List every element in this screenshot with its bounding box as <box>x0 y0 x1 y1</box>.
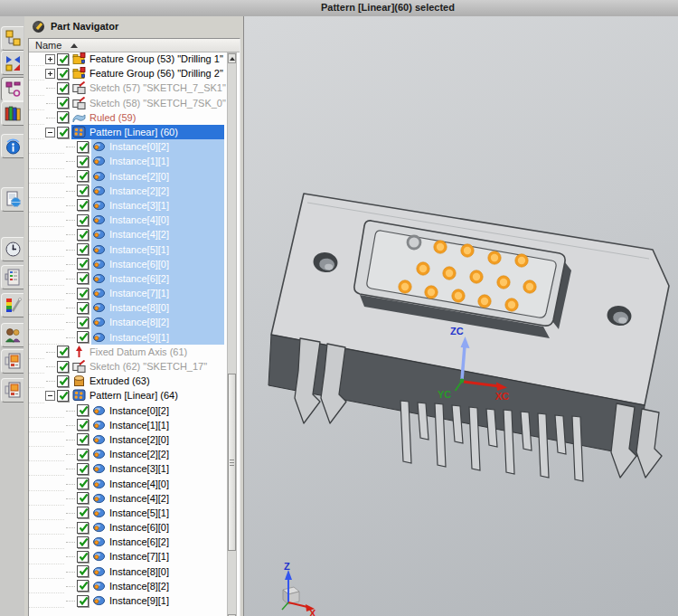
feature-visibility-checkbox[interactable] <box>57 68 69 80</box>
tree-row[interactable]: Instance[5][1] <box>29 242 226 256</box>
tree-row-label: Instance[8][2] <box>109 317 169 327</box>
feature-visibility-checkbox[interactable] <box>77 463 89 475</box>
tree-row[interactable]: Instance[4][0] <box>29 213 226 227</box>
feature-visibility-checkbox[interactable] <box>77 229 89 241</box>
tree-row[interactable]: Instance[4][0] <box>29 476 226 490</box>
resource-tab-part-navigator[interactable] <box>1 77 24 101</box>
feature-visibility-checkbox[interactable] <box>77 580 89 592</box>
expand-icon[interactable] <box>45 69 55 79</box>
resource-tab-history[interactable] <box>1 237 24 261</box>
tree-row[interactable]: Instance[2][0] <box>29 432 226 447</box>
feature-visibility-checkbox[interactable] <box>77 478 89 489</box>
tree-row[interactable]: Instance[6][0] <box>29 520 226 535</box>
tree-row[interactable]: Instance[3][1] <box>29 198 226 213</box>
tree-row[interactable]: Instance[0][2] <box>29 403 226 418</box>
feature-visibility-checkbox[interactable] <box>77 565 89 577</box>
feature-visibility-checkbox[interactable] <box>77 302 89 314</box>
tree-row[interactable]: Instance[5][1] <box>29 506 226 520</box>
tree-row[interactable]: Instance[6][2] <box>29 271 226 286</box>
tree-row[interactable]: Instance[8][0] <box>29 300 226 315</box>
graphics-window[interactable]: ZC XC YC Z X <box>244 16 678 616</box>
name-column-header[interactable]: Name <box>29 39 240 52</box>
tree-row[interactable]: Instance[4][2] <box>29 227 226 242</box>
tree-row[interactable]: Instance[1][1] <box>29 154 226 168</box>
tree-row[interactable]: Instance[9][1] <box>29 330 226 345</box>
tree-row[interactable]: Instance[0][2] <box>29 139 226 154</box>
tree-row[interactable]: Instance[7][1] <box>29 549 226 564</box>
tree-scrollbar[interactable] <box>227 52 237 616</box>
resource-tab-feature-tree[interactable] <box>1 26 24 51</box>
tree-row[interactable]: Instance[2][2] <box>29 447 226 461</box>
tree-row[interactable]: Instance[8][2] <box>29 315 226 329</box>
feature-visibility-checkbox[interactable] <box>77 551 89 563</box>
feature-visibility-checkbox[interactable] <box>77 522 89 534</box>
feature-visibility-checkbox[interactable] <box>57 53 69 65</box>
tree-row[interactable]: Feature Group (56) "Drilling 2" <box>29 66 226 81</box>
tree-row[interactable]: Instance[4][2] <box>29 491 226 506</box>
resource-tab-web-browser[interactable] <box>1 187 24 212</box>
feature-visibility-checkbox[interactable] <box>57 390 69 402</box>
tree-row[interactable]: Pattern [Linear] (60) <box>29 125 226 139</box>
feature-visibility-checkbox[interactable] <box>77 404 89 416</box>
tree-row[interactable]: Fixed Datum Axis (61) <box>29 345 226 359</box>
acs-z-label: Z <box>284 561 290 572</box>
resource-tab-mirror-constraint[interactable] <box>1 51 24 75</box>
feature-visibility-checkbox[interactable] <box>77 331 89 343</box>
scroll-thumb[interactable] <box>228 374 236 551</box>
feature-visibility-checkbox[interactable] <box>57 111 69 123</box>
feature-visibility-checkbox[interactable] <box>77 317 89 328</box>
tree-row[interactable]: Sketch (58) "SKETCH_7SK_0" <box>29 96 226 110</box>
feature-visibility-checkbox[interactable] <box>77 288 89 299</box>
feature-visibility-checkbox[interactable] <box>57 375 69 387</box>
tree-row[interactable]: Ruled (59) <box>29 110 226 125</box>
tree-row[interactable]: Sketch (62) "SKETCH_17" <box>29 359 226 374</box>
collapse-icon[interactable] <box>45 128 55 137</box>
resource-tab-information[interactable] <box>1 134 24 158</box>
feature-visibility-checkbox[interactable] <box>77 170 89 182</box>
feature-visibility-checkbox[interactable] <box>57 127 69 138</box>
tree-row[interactable]: Instance[7][1] <box>29 286 226 300</box>
feature-visibility-checkbox[interactable] <box>77 536 89 548</box>
tree-row[interactable]: Sketch (57) "SKETCH_7_SK1" <box>29 81 226 95</box>
tree-row[interactable]: Instance[2][2] <box>29 184 226 198</box>
tree-row[interactable]: Extruded (63) <box>29 374 226 388</box>
resource-tab-library-books[interactable] <box>1 101 24 126</box>
feature-visibility-checkbox[interactable] <box>57 97 69 109</box>
feature-visibility-checkbox[interactable] <box>77 156 89 167</box>
scroll-up-button[interactable] <box>228 53 236 63</box>
feature-visibility-checkbox[interactable] <box>77 449 89 460</box>
tree-row[interactable]: Feature Group (53) "Drilling 1" <box>29 52 226 66</box>
feature-visibility-checkbox[interactable] <box>77 185 89 196</box>
tree-row[interactable]: Instance[1][1] <box>29 418 226 432</box>
collapse-icon[interactable] <box>45 391 55 401</box>
tree-row[interactable]: Instance[2][0] <box>29 169 226 184</box>
feature-visibility-checkbox[interactable] <box>77 433 89 445</box>
tree-row[interactable]: Instance[6][0] <box>29 257 226 271</box>
tree-row[interactable]: Pattern [Linear] (64) <box>29 388 226 403</box>
tree-row[interactable]: Instance[9][1] <box>29 593 226 608</box>
tree-row[interactable]: Instance[6][2] <box>29 535 226 549</box>
resource-tab-dialog-rail[interactable] <box>1 265 24 289</box>
tree-row[interactable]: Instance[8][0] <box>29 564 226 579</box>
resource-tab-roles[interactable] <box>1 323 24 347</box>
feature-visibility-checkbox[interactable] <box>57 361 69 373</box>
feature-tree-icon <box>2 30 24 47</box>
resource-tab-palette-b[interactable] <box>1 378 24 403</box>
feature-visibility-checkbox[interactable] <box>77 199 89 211</box>
expand-icon[interactable] <box>45 54 55 64</box>
feature-visibility-checkbox[interactable] <box>77 272 89 284</box>
feature-visibility-checkbox[interactable] <box>77 243 89 255</box>
feature-visibility-checkbox[interactable] <box>57 82 69 94</box>
tree-row[interactable]: Instance[3][1] <box>29 461 226 476</box>
feature-visibility-checkbox[interactable] <box>77 419 89 431</box>
feature-visibility-checkbox[interactable] <box>77 258 89 270</box>
resource-tab-visualization[interactable] <box>1 293 24 317</box>
feature-visibility-checkbox[interactable] <box>77 214 89 226</box>
feature-visibility-checkbox[interactable] <box>77 141 89 153</box>
tree-row[interactable]: Instance[8][2] <box>29 579 226 593</box>
feature-visibility-checkbox[interactable] <box>77 492 89 504</box>
feature-visibility-checkbox[interactable] <box>57 346 69 357</box>
feature-visibility-checkbox[interactable] <box>77 595 89 607</box>
feature-visibility-checkbox[interactable] <box>77 507 89 518</box>
resource-tab-palette-a[interactable] <box>1 349 24 374</box>
